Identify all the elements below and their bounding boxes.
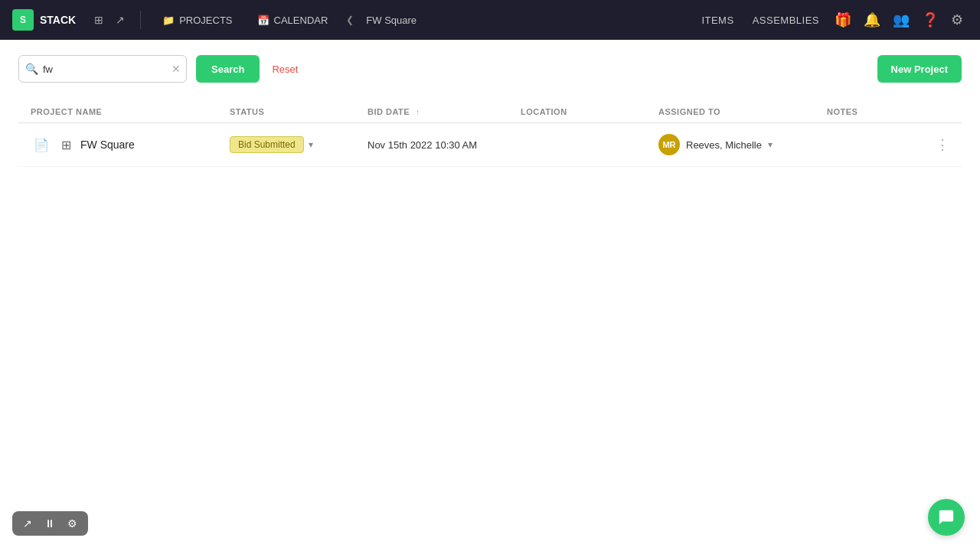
search-icon: 🔍 bbox=[25, 63, 38, 75]
gift-icon[interactable]: 🎁 bbox=[830, 8, 856, 31]
search-button[interactable]: Search bbox=[196, 55, 260, 83]
logo-area: S STACK bbox=[12, 9, 76, 31]
grid-icon[interactable]: ⊞ bbox=[58, 136, 74, 154]
assigned-dropdown-arrow[interactable]: ▾ bbox=[768, 139, 773, 150]
row-menu-button[interactable]: ⋮ bbox=[936, 136, 949, 153]
reset-button[interactable]: Reset bbox=[269, 57, 301, 81]
top-nav: S STACK ⊞ ↗ 📁 PROJECTS 📅 CALENDAR ❮ FW S… bbox=[0, 0, 980, 40]
status-badge: Bid Submitted bbox=[230, 136, 304, 153]
nav-right: ITEMS ASSEMBLIES 🎁 🔔 👥 ❓ ⚙ bbox=[694, 8, 968, 31]
nav-separator bbox=[140, 11, 141, 29]
projects-folder-icon: 📁 bbox=[162, 15, 175, 26]
avatar: MR bbox=[658, 134, 680, 155]
main-content: 🔍 ✕ Search Reset New Project PROJECT NAM… bbox=[0, 40, 980, 551]
bell-icon[interactable]: 🔔 bbox=[859, 8, 885, 31]
col-status: STATUS bbox=[230, 107, 368, 116]
calendar-label: CALENDAR bbox=[274, 15, 328, 26]
calendar-nav-link[interactable]: 📅 CALENDAR bbox=[251, 11, 335, 29]
col-project-name: PROJECT NAME bbox=[31, 107, 230, 116]
projects-nav-link[interactable]: 📁 PROJECTS bbox=[156, 11, 238, 29]
chat-fab[interactable] bbox=[928, 499, 965, 536]
external-link-icon[interactable]: ↗ bbox=[116, 14, 125, 26]
bottom-toolbar: ↗ ⏸ ⚙ bbox=[12, 511, 88, 536]
assigned-cell: MR Reeves, Michelle ▾ bbox=[658, 134, 827, 155]
calendar-icon: 📅 bbox=[257, 15, 270, 26]
col-bid-date: BID DATE ↑ bbox=[368, 107, 521, 116]
projects-table: PROJECT NAME STATUS BID DATE ↑ LOCATION … bbox=[18, 101, 962, 167]
notes-row-end: ⋮ bbox=[827, 136, 949, 153]
col-notes: NOTES bbox=[827, 107, 949, 116]
expand-icon[interactable]: ⊞ bbox=[94, 14, 103, 26]
bid-date-cell: Nov 15th 2022 10:30 AM bbox=[368, 139, 521, 151]
settings-icon[interactable]: ⚙ bbox=[946, 8, 968, 31]
search-input[interactable] bbox=[43, 64, 172, 75]
bid-date-sort-icon[interactable]: ↑ bbox=[416, 107, 420, 116]
users-icon[interactable]: 👥 bbox=[888, 8, 914, 31]
project-name-text[interactable]: FW Square bbox=[80, 139, 135, 151]
status-cell: Bid Submitted ▾ bbox=[230, 136, 368, 153]
stack-logo: S bbox=[12, 9, 34, 31]
search-bar: 🔍 ✕ Search Reset New Project bbox=[18, 55, 962, 83]
assigned-name: Reeves, Michelle bbox=[686, 139, 762, 151]
toolbar-pause-icon[interactable]: ⏸ bbox=[41, 516, 58, 531]
breadcrumb-fw-square[interactable]: FW Square bbox=[366, 15, 416, 26]
col-assigned-to: ASSIGNED TO bbox=[658, 107, 827, 116]
doc-icon[interactable]: 📄 bbox=[31, 136, 52, 154]
status-dropdown-arrow[interactable]: ▾ bbox=[309, 139, 313, 150]
table-header: PROJECT NAME STATUS BID DATE ↑ LOCATION … bbox=[18, 101, 962, 123]
breadcrumb-arrow: ❮ bbox=[346, 15, 354, 25]
clear-icon[interactable]: ✕ bbox=[172, 63, 181, 75]
toolbar-expand-icon[interactable]: ↗ bbox=[20, 516, 35, 531]
projects-label: PROJECTS bbox=[179, 15, 232, 26]
col-location: LOCATION bbox=[521, 107, 658, 116]
logo-text: STACK bbox=[40, 14, 76, 26]
items-nav-link[interactable]: ITEMS bbox=[694, 11, 741, 29]
project-name-cell: 📄 ⊞ FW Square bbox=[31, 136, 230, 154]
help-icon[interactable]: ❓ bbox=[917, 8, 943, 31]
assemblies-nav-link[interactable]: ASSEMBLIES bbox=[745, 11, 827, 29]
table-row: 📄 ⊞ FW Square Bid Submitted ▾ Nov 15th 2… bbox=[18, 123, 962, 167]
new-project-button[interactable]: New Project bbox=[877, 55, 962, 83]
search-input-wrapper: 🔍 ✕ bbox=[18, 55, 187, 83]
toolbar-settings-icon[interactable]: ⚙ bbox=[64, 516, 80, 531]
chat-icon bbox=[938, 509, 955, 526]
